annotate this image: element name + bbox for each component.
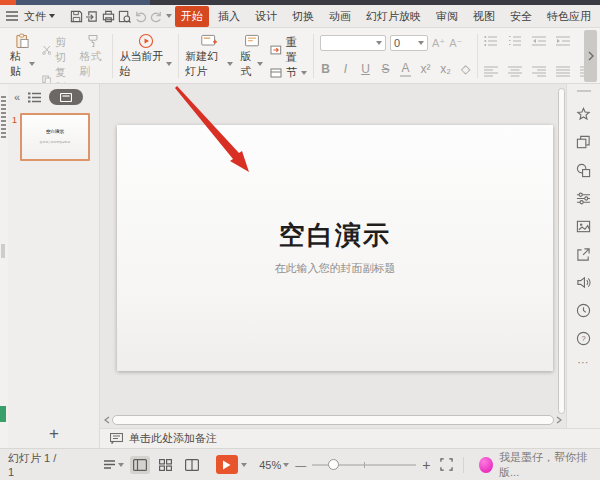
tab-transitions[interactable]: 切换 (286, 6, 320, 27)
save-icon[interactable] (70, 8, 83, 24)
tab-insert[interactable]: 插入 (212, 6, 246, 27)
new-slide-button[interactable]: 新建幻灯片 (185, 33, 233, 79)
clear-format-button[interactable]: ◇ (460, 62, 471, 76)
tab-slideshow[interactable]: 幻灯片放映 (360, 6, 427, 27)
tab-security[interactable]: 安全 (504, 6, 538, 27)
copy-button[interactable]: 复制 (42, 65, 73, 84)
undo-icon[interactable] (134, 8, 147, 24)
font-size-select[interactable]: 0 (390, 35, 428, 51)
layout-button[interactable]: 版式 (240, 33, 263, 79)
help-circle-icon[interactable]: ? (571, 324, 597, 352)
vertical-scrollbar[interactable] (558, 88, 565, 414)
play-slideshow-button[interactable] (216, 455, 239, 474)
print-icon[interactable] (102, 8, 115, 24)
strikethrough-button[interactable]: S (380, 62, 391, 76)
properties-sliders-icon[interactable] (571, 184, 597, 212)
layout-icon (242, 33, 262, 49)
increase-indent-button[interactable] (556, 35, 570, 47)
add-slide-button[interactable]: + (8, 424, 100, 444)
paste-icon (12, 33, 33, 49)
reset-button[interactable]: 重置 (270, 35, 307, 65)
export-icon[interactable] (86, 8, 99, 24)
bullet-list-button[interactable] (484, 35, 498, 47)
copy-label: 复制 (55, 65, 72, 84)
align-center-button[interactable] (508, 66, 522, 77)
slides-group: 新建幻灯片 版式 重置 节 (179, 32, 313, 80)
italic-button[interactable]: I (340, 62, 351, 76)
notes-placeholder[interactable]: 单击此处添加备注 (129, 431, 217, 446)
format-painter-button[interactable]: 格式刷 (80, 33, 107, 79)
ribbon-expander[interactable] (584, 30, 597, 82)
slide-subtitle-placeholder[interactable]: 在此输入您的封面副标题 (275, 261, 396, 276)
normal-view-button[interactable] (130, 456, 150, 474)
tab-special-features[interactable]: 特色应用 (541, 6, 597, 27)
collapse-panel-icon[interactable]: « (14, 91, 20, 103)
share-export-icon[interactable] (571, 240, 597, 268)
paste-button[interactable]: 粘贴 (10, 33, 35, 79)
notes-bar[interactable]: 单击此处添加备注 (100, 428, 600, 448)
reset-icon (270, 44, 282, 56)
align-left-button[interactable] (484, 66, 498, 77)
scroll-left-icon (104, 416, 110, 424)
right-tool-sidebar: ? ⋯ (566, 84, 600, 448)
superscript-button[interactable]: x² (420, 62, 431, 76)
play-options-chevron-icon[interactable] (241, 463, 247, 470)
new-slide-icon (198, 33, 220, 49)
tab-home[interactable]: 开始 (175, 6, 209, 27)
history-clock-icon[interactable] (571, 296, 597, 324)
tab-animation[interactable]: 动画 (323, 6, 357, 27)
numbered-list-button[interactable] (508, 35, 522, 47)
decrease-indent-button[interactable] (532, 35, 546, 47)
play-from-current-label: 从当前开始 (119, 49, 164, 79)
slide-view-toggle[interactable] (49, 89, 83, 105)
zoom-level-button[interactable]: 45% (259, 459, 289, 471)
subscript-button[interactable]: x₂ (440, 62, 451, 76)
justify-button[interactable] (556, 66, 570, 77)
horizontal-scrollbar[interactable] (104, 415, 562, 425)
file-menu[interactable]: 文件 (21, 7, 58, 26)
redo-icon[interactable] (150, 8, 163, 24)
slide-canvas[interactable]: 空白演示 在此输入您的封面副标题 (117, 125, 553, 371)
notes-toggle-button[interactable] (104, 460, 124, 470)
slide-thumbnail[interactable]: 空白演示 在此输入您的封面副标题 (20, 113, 90, 161)
toolbar-options-chevron-icon[interactable] (166, 14, 172, 21)
copy-icon (42, 74, 52, 84)
underline-button[interactable]: U (360, 62, 371, 76)
scrollbar-thumb[interactable] (112, 415, 554, 425)
font-color-button[interactable]: A (400, 61, 411, 77)
shrink-font-button[interactable]: A⁻ (449, 37, 462, 50)
play-from-current-button[interactable]: 从当前开始 (119, 33, 172, 79)
zoom-slider-knob[interactable] (328, 459, 339, 470)
tab-review[interactable]: 审阅 (430, 6, 464, 27)
tab-design[interactable]: 设计 (249, 6, 283, 27)
smart-effects-icon[interactable] (571, 100, 597, 128)
outline-view-icon[interactable] (28, 92, 41, 103)
print-preview-icon[interactable] (118, 8, 131, 24)
cut-button[interactable]: 剪切 (42, 35, 73, 65)
more-tools-icon[interactable]: ⋯ (578, 356, 590, 369)
zoom-in-button[interactable]: + (422, 457, 430, 473)
reading-view-button[interactable] (182, 456, 202, 474)
align-right-button[interactable] (532, 66, 546, 77)
fit-to-window-icon[interactable] (440, 458, 453, 471)
section-button[interactable]: 节 (270, 65, 307, 80)
zoom-out-button[interactable]: — (295, 459, 306, 471)
audio-speaker-icon[interactable] (571, 268, 597, 296)
hamburger-menu-icon[interactable] (6, 8, 18, 24)
font-family-select[interactable] (320, 35, 386, 51)
slide-title[interactable]: 空白演示 (279, 218, 391, 253)
slide-library-icon[interactable] (571, 128, 597, 156)
status-bar: 幻灯片 1 / 1 45% — (0, 448, 600, 480)
tab-view[interactable]: 视图 (467, 6, 501, 27)
zoom-slider[interactable] (312, 459, 416, 471)
bold-button[interactable]: B (320, 62, 331, 76)
assistant-avatar (479, 457, 493, 473)
slide-sorter-view-button[interactable] (156, 456, 176, 474)
slideshow-group: 从当前开始 (113, 32, 178, 80)
slide-editing-area: 空白演示 在此输入您的封面副标题 (100, 84, 566, 428)
grow-font-button[interactable]: A⁺ (432, 37, 445, 50)
shapes-icon[interactable] (571, 156, 597, 184)
scroll-right-icon (556, 416, 562, 424)
media-gallery-icon[interactable] (571, 212, 597, 240)
assistant-chip[interactable]: 我是墨仔，帮你排版... (479, 450, 592, 480)
